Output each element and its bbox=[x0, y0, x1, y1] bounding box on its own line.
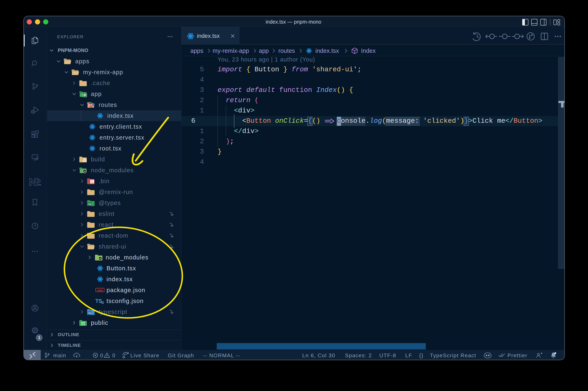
svg-text:TS: TS bbox=[96, 298, 102, 304]
svg-text:TS: TS bbox=[88, 203, 91, 205]
svg-text:TS: TS bbox=[88, 312, 91, 314]
svg-text:npm: npm bbox=[97, 289, 102, 292]
svg-text:JS: JS bbox=[99, 258, 101, 260]
svg-text:10: 10 bbox=[91, 182, 93, 183]
svg-text:JS: JS bbox=[84, 170, 86, 173]
